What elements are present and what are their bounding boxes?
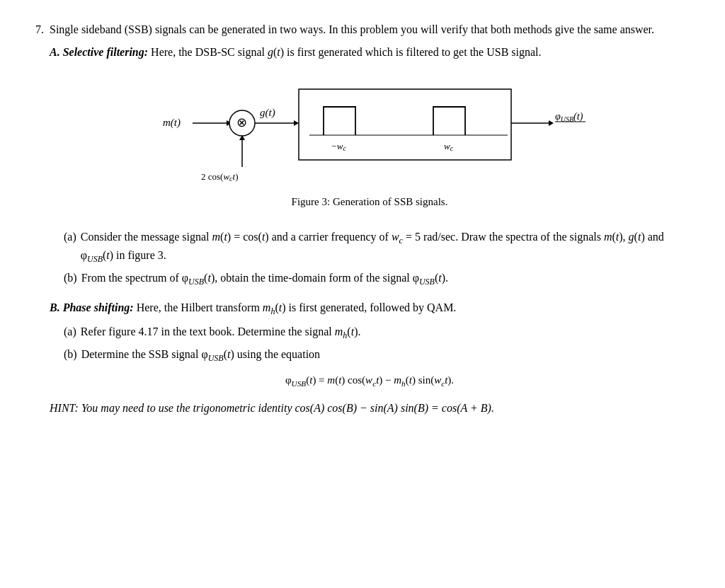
part-a-content: Consider the message signal m(t) = cos(t… [81,229,690,265]
section-b-heading: B. Phase shifting: Here, the Hilbert tra… [50,299,690,318]
part-b-label: (b) [64,270,77,288]
figure-caption: Figure 3: Generation of SSB signals. [292,194,448,210]
equation-text: φUSB(t) = m(t) cos(wct) − mh(t) sin(wct)… [285,372,454,390]
part-b: (b) From the spectrum of φUSB(t), obtain… [64,270,690,288]
carrier-label: 2 cos(wct) [201,171,239,183]
main-equation: φUSB(t) = m(t) cos(wct) − mh(t) sin(wct)… [50,372,690,390]
section-a-label: A. Selective filtering: [50,46,148,58]
phi-usb-label: φUSB(t) [555,111,583,123]
problem-number: 7. [35,21,44,38]
hint-text: HINT: You may need to use the trigonomet… [50,402,494,414]
section-b-label: B. Phase shifting: [50,301,134,313]
block-diagram-svg: m(t) ⊗ g(t) [150,75,589,188]
svg-marker-4 [294,120,299,126]
figure-container: m(t) ⊗ g(t) [50,75,690,221]
part2-b-label: (b) [64,346,77,364]
part2-a-label: (a) [64,323,76,342]
svg-marker-8 [549,120,554,126]
part2-a: (a) Refer figure 4.17 in the text book. … [64,323,690,342]
part2-b: (b) Determine the SSB signal φUSB(t) usi… [64,346,690,364]
section-a-heading: A. Selective filtering: Here, the DSB-SC… [50,44,690,61]
section-a-text: Here, the DSB-SC signal g(t) is first ge… [151,46,541,58]
part-a: (a) Consider the message signal m(t) = c… [64,229,690,265]
mt-label: m(t) [163,117,181,129]
part2-b-content: Determine the SSB signal φUSB(t) using t… [81,346,690,364]
gt-label: g(t) [260,107,275,119]
multiplier-symbol: ⊗ [236,115,247,129]
section-b-text: Here, the Hilbert transform mh(t) is fir… [137,301,457,313]
problem-body: Single sideband (SSB) signals can be gen… [50,21,690,417]
part-a-label: (a) [64,229,76,265]
problem-container: 7. Single sideband (SSB) signals can be … [35,21,690,417]
figure-diagram: m(t) ⊗ g(t) [150,75,589,188]
problem-intro: Single sideband (SSB) signals can be gen… [50,21,690,38]
part-b-content: From the spectrum of φUSB(t), obtain the… [81,270,690,288]
hint-block: HINT: You may need to use the trigonomet… [50,400,690,417]
part2-a-content: Refer figure 4.17 in the text book. Dete… [81,323,690,342]
section-a-parts: (a) Consider the message signal m(t) = c… [64,229,690,289]
section-b-parts: (a) Refer figure 4.17 in the text book. … [64,323,690,364]
